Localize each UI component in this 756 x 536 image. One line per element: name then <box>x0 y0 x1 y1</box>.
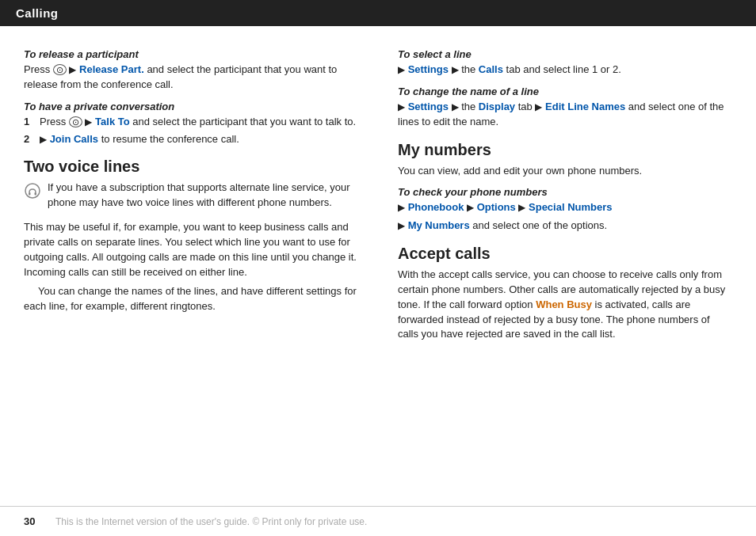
tab-text: tab <box>518 101 536 112</box>
phonebook-link[interactable]: Phonebook <box>408 201 464 213</box>
options-link[interactable]: Options <box>477 201 516 213</box>
my-numbers-section: My numbers You can view, add and edit yo… <box>398 141 732 234</box>
calls-tab-link[interactable]: Calls <box>479 63 503 75</box>
accept-calls-section: Accept calls With the accept calls servi… <box>398 245 732 342</box>
special-numbers-link[interactable]: Special Numbers <box>529 201 613 213</box>
display-link[interactable]: Display <box>479 101 515 112</box>
footer-page-number: 30 <box>24 515 48 527</box>
two-voice-lines-title: Two voice lines <box>24 158 358 176</box>
private-conversation-steps: 1 Press ⊙ ▶ Talk To and select the parti… <box>24 115 358 147</box>
right-column: To select a line ▶ Settings ▶ the Calls … <box>390 40 732 491</box>
step-1-text: Press ⊙ ▶ Talk To and select the partici… <box>40 115 356 130</box>
the-text-2: the <box>461 101 479 112</box>
private-conversation-title: To have a private conversation <box>24 101 358 112</box>
change-name-title: To change the name of a line <box>398 86 732 97</box>
select-line-title: To select a line <box>398 48 732 60</box>
footer-text: This is the Internet version of the user… <box>55 516 367 527</box>
settings-link-2[interactable]: Settings <box>408 101 449 112</box>
release-participant-text: Press ⊙ ▶ Release Part. and select the p… <box>24 63 358 93</box>
select-line-text2: tab and select line 1 or 2. <box>506 63 621 75</box>
check-phone-line2: ▶ My Numbers and select one of the optio… <box>398 219 732 234</box>
note-icon <box>24 182 41 203</box>
check-phone-numbers-subsection: To check your phone numbers ▶ Phonebook … <box>398 186 732 234</box>
svg-point-0 <box>25 184 40 198</box>
voice-lines-para1: If you have a subscription that supports… <box>24 181 358 211</box>
svg-rect-1 <box>29 192 31 196</box>
my-numbers-para: You can view, add and edit your own phon… <box>398 164 732 179</box>
my-numbers-title: My numbers <box>398 141 732 159</box>
my-numbers-text: and select one of the options. <box>472 219 607 231</box>
step-1-after: and select the participant that you want… <box>132 116 356 127</box>
change-name-section: To change the name of a line ▶ Settings … <box>398 86 732 130</box>
main-content: To release a participant Press ⊙ ▶ Relea… <box>0 26 756 499</box>
svg-rect-2 <box>35 192 37 196</box>
select-line-text: ▶ Settings ▶ the Calls tab and select li… <box>398 63 732 78</box>
step-2-after: to resume the conference call. <box>101 133 239 145</box>
release-part-link[interactable]: Release Part. <box>79 63 144 75</box>
page-footer: 30 This is the Internet version of the u… <box>0 506 756 536</box>
check-phone-line1: ▶ Phonebook ▶ Options ▶ Special Numbers <box>398 200 732 215</box>
edit-line-names-link[interactable]: Edit Line Names <box>545 101 625 112</box>
step-2-text: ▶ Join Calls to resume the conference ca… <box>40 132 239 147</box>
accept-calls-title: Accept calls <box>398 245 732 263</box>
voice-lines-para2: This may be useful if, for example, you … <box>24 220 358 279</box>
check-phone-numbers-title: To check your phone numbers <box>398 186 732 198</box>
page: Calling To release a participant Press ⊙… <box>0 0 756 536</box>
release-participant-title: To release a participant <box>24 48 358 60</box>
when-busy-link[interactable]: When Busy <box>536 298 592 310</box>
release-participant-section: To release a participant Press ⊙ ▶ Relea… <box>24 48 358 93</box>
select-line-section: To select a line ▶ Settings ▶ the Calls … <box>398 48 732 78</box>
change-name-text: ▶ Settings ▶ the Display tab ▶ Edit Line… <box>398 100 732 130</box>
talk-to-link[interactable]: Talk To <box>95 116 130 127</box>
page-title: Calling <box>16 6 59 20</box>
join-calls-link[interactable]: Join Calls <box>50 133 98 145</box>
step-2-num: 2 <box>24 132 35 147</box>
page-header: Calling <box>0 0 756 26</box>
note-block: If you have a subscription that supports… <box>24 181 358 214</box>
private-conversation-section: To have a private conversation 1 Press ⊙… <box>24 101 358 147</box>
step-1: 1 Press ⊙ ▶ Talk To and select the parti… <box>24 115 358 130</box>
settings-link-1[interactable]: Settings <box>408 63 449 75</box>
accept-calls-para: With the accept calls service, you can c… <box>398 268 732 342</box>
the-text-1: the <box>461 63 479 75</box>
left-column: To release a participant Press ⊙ ▶ Relea… <box>24 40 366 491</box>
my-numbers-link[interactable]: My Numbers <box>408 219 470 231</box>
step-1-num: 1 <box>24 115 35 130</box>
two-voice-lines-section: Two voice lines If you have a subscripti… <box>24 158 358 314</box>
voice-lines-para3: You can change the names of the lines, a… <box>24 284 358 314</box>
step-2: 2 ▶ Join Calls to resume the conference … <box>24 132 358 147</box>
press-icon-release: ⊙ <box>53 64 67 75</box>
